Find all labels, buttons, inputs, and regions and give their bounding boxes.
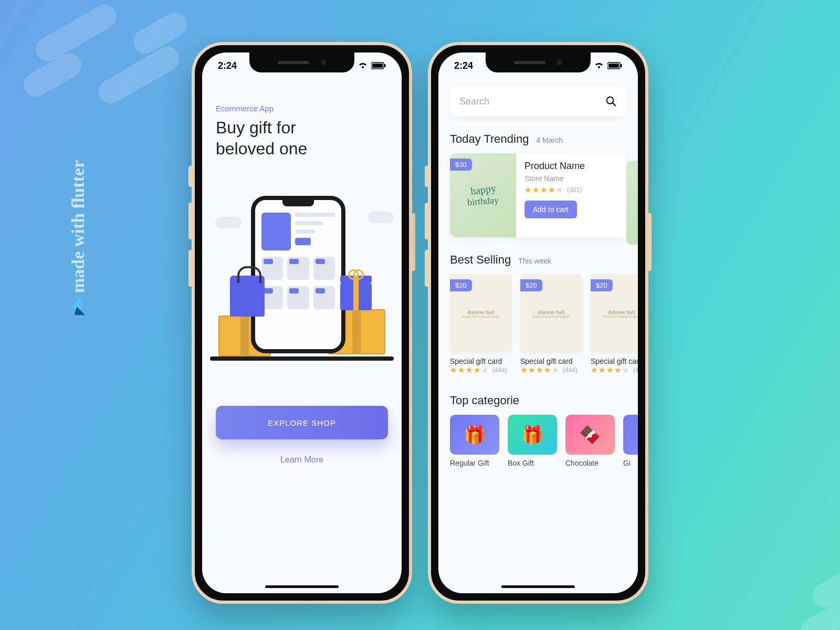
phone-mockup-shop: 2:24 Today Trending 4 March <box>428 42 648 604</box>
price-badge: $20 <box>450 279 472 291</box>
brand-name: dolores hall <box>538 309 565 315</box>
category-tile[interactable]: 🎁 <box>450 415 499 455</box>
trending-card-peek[interactable] <box>626 161 638 245</box>
wifi-icon <box>594 61 604 70</box>
product-name: Special gift card <box>450 357 512 365</box>
category-item[interactable]: Gi <box>623 415 638 467</box>
product-name: Product Name <box>524 161 585 172</box>
category-name: Gi <box>623 459 638 467</box>
trending-date: 4 March <box>536 136 563 144</box>
price-badge: $20 <box>591 279 613 291</box>
trending-title: Today Trending <box>450 132 529 146</box>
status-time: 2:24 <box>218 60 237 71</box>
search-bar[interactable] <box>450 86 626 117</box>
svg-line-7 <box>613 103 616 106</box>
learn-more-link[interactable]: Learn More <box>216 455 388 465</box>
svg-rect-5 <box>621 64 622 67</box>
svg-rect-1 <box>372 64 383 68</box>
svg-rect-2 <box>384 64 386 67</box>
wifi-icon <box>358 61 368 70</box>
bestselling-title: Best Selling <box>450 253 511 267</box>
category-item[interactable]: 🎁 Box Gift <box>508 415 557 467</box>
phone-mockup-onboarding: 2:24 Ecommerce App Buy gift for beloved … <box>192 42 412 604</box>
notch <box>249 52 354 72</box>
category-name: Box Gift <box>508 459 557 467</box>
notch <box>486 52 591 72</box>
eyebrow-label: Ecommerce App <box>216 104 388 113</box>
bestselling-subtitle: This week <box>518 257 551 265</box>
product-name: Special gift card <box>520 357 582 365</box>
battery-icon <box>371 62 386 69</box>
rating-stars: ★★★★★ (301) <box>524 185 585 195</box>
svg-rect-4 <box>608 64 619 68</box>
battery-icon <box>607 62 622 69</box>
price-badge: $20 <box>520 279 542 291</box>
rating-stars: ★★★★★ (444) <box>450 365 512 375</box>
categories-title: Top categorie <box>450 394 519 407</box>
search-icon[interactable] <box>605 96 617 107</box>
price-badge: $30 <box>450 159 472 171</box>
explore-shop-button[interactable]: EXPLORE SHOP <box>216 406 388 439</box>
status-time: 2:24 <box>454 60 473 71</box>
category-name: Regular Gift <box>450 459 499 467</box>
add-to-cart-button[interactable]: Add to cart <box>524 201 577 218</box>
product-image: happybirthday $30 <box>450 153 516 237</box>
page-title: Buy gift for beloved one <box>216 117 388 159</box>
product-name: Special gift card <box>591 357 638 365</box>
hero-illustration <box>220 196 383 369</box>
category-tile[interactable]: 🎁 <box>508 415 557 455</box>
category-tile[interactable]: 🍫 <box>565 415 615 455</box>
category-item[interactable]: 🎁 Regular Gift <box>450 415 499 467</box>
category-item[interactable]: 🍫 Chocolate <box>565 415 615 467</box>
brand-name: dolores hall <box>608 309 635 315</box>
rating-stars: ★★★★★ (444) <box>591 365 638 375</box>
home-indicator <box>501 585 575 588</box>
category-name: Chocolate <box>565 459 615 467</box>
bestselling-item[interactable]: $20 dolores hall PHOTOGRAPHER Special gi… <box>450 274 512 375</box>
search-input[interactable] <box>459 96 605 107</box>
home-indicator <box>265 585 339 588</box>
flutter-icon <box>70 298 87 315</box>
trending-card[interactable]: happybirthday $30 Product Name Store Nam… <box>450 153 626 237</box>
category-tile[interactable] <box>623 415 638 455</box>
bestselling-item[interactable]: $20 dolores hall PHOTOGRAPHER Special gi… <box>591 274 638 375</box>
made-with-flutter: made with flutter <box>68 160 88 315</box>
store-name: Store Name <box>524 174 585 183</box>
rating-stars: ★★★★★ (444) <box>520 365 582 375</box>
brand-name: dolores hall <box>467 309 495 315</box>
bestselling-item[interactable]: $20 dolores hall PHOTOGRAPHER Special gi… <box>520 274 582 375</box>
